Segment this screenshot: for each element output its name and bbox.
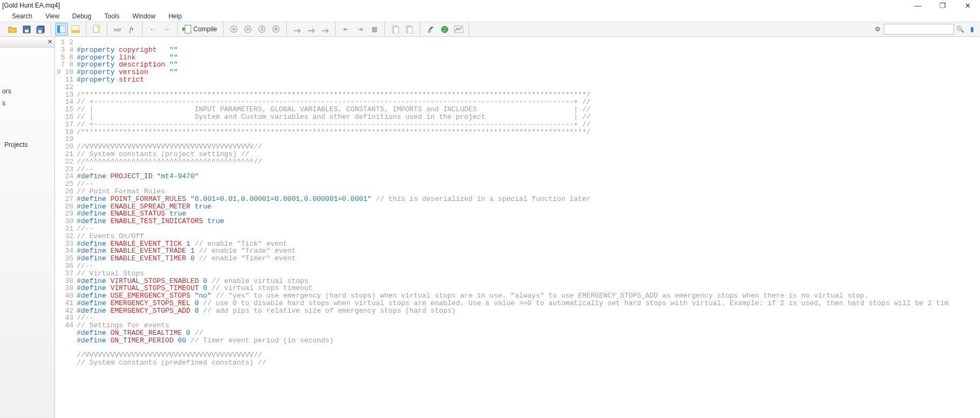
svg-marker-14 bbox=[247, 28, 250, 31]
debug-start-icon[interactable] bbox=[227, 23, 240, 36]
close-icon[interactable]: ✕ bbox=[48, 38, 52, 45]
open-icon[interactable] bbox=[6, 23, 19, 36]
debug-pause-icon[interactable] bbox=[255, 23, 268, 36]
close-button[interactable]: ✕ bbox=[955, 0, 980, 11]
window-title: [Gold Hunt EA.mq4] bbox=[2, 2, 60, 9]
toolbar-search: ⚙ 🔍 ▮ bbox=[871, 23, 978, 35]
navigator-tab-header: ✕ bbox=[0, 37, 55, 48]
navigator-panel: ✕ ors s Projects bbox=[0, 37, 55, 418]
svg-rect-8 bbox=[71, 30, 80, 33]
svg-rect-19 bbox=[275, 28, 278, 31]
indent-left-icon[interactable]: ⇤ bbox=[340, 23, 353, 36]
menu-window[interactable]: Window bbox=[126, 11, 162, 21]
svg-rect-17 bbox=[262, 28, 263, 31]
main: ✕ ors s Projects 1 2 3 4 5 6 7 8 9 10 11… bbox=[0, 37, 980, 418]
step-out-icon[interactable] bbox=[319, 23, 332, 36]
new-file-icon[interactable] bbox=[90, 23, 103, 36]
minimize-button[interactable]: — bbox=[905, 0, 930, 11]
edit-icon[interactable] bbox=[424, 23, 437, 36]
copy-2-icon[interactable] bbox=[403, 23, 416, 36]
chart-icon[interactable] bbox=[452, 23, 465, 36]
toolbar: var f▾ ← → Compile ⇤ ⇥ ▦ ⚙ 🔍 bbox=[0, 22, 980, 37]
menubar: Search View Debug Tools Window Help bbox=[0, 11, 980, 22]
search-input[interactable] bbox=[884, 24, 954, 35]
toggle-panel-1-icon[interactable] bbox=[55, 23, 68, 36]
globe-icon[interactable] bbox=[438, 23, 451, 36]
indent-guide-icon[interactable]: ▦ bbox=[368, 23, 381, 36]
svg-rect-21 bbox=[394, 27, 398, 33]
svg-marker-12 bbox=[233, 28, 236, 31]
code-editor[interactable]: 1 2 3 4 5 6 7 8 9 10 11 12 13 14 15 16 1… bbox=[55, 37, 980, 418]
svg-point-10 bbox=[97, 25, 100, 29]
code-area[interactable]: #property copyright "" #property link ""… bbox=[76, 37, 980, 418]
save-icon[interactable] bbox=[20, 23, 33, 36]
svg-point-15 bbox=[259, 26, 265, 32]
window-controls: — ❐ ✕ bbox=[905, 0, 980, 11]
search-icon[interactable]: 🔍 bbox=[954, 23, 966, 35]
menu-debug[interactable]: Debug bbox=[66, 11, 98, 21]
svg-rect-24 bbox=[429, 26, 433, 30]
back-icon[interactable]: ← bbox=[146, 23, 159, 36]
search-aux-icon[interactable]: ▮ bbox=[966, 23, 978, 35]
step-over-icon[interactable] bbox=[305, 23, 317, 36]
titlebar: [Gold Hunt EA.mq4] — ❐ ✕ bbox=[0, 0, 980, 11]
search-settings-icon[interactable]: ⚙ bbox=[871, 23, 884, 35]
line-gutter: 1 2 3 4 5 6 7 8 9 10 11 12 13 14 15 16 1… bbox=[55, 37, 76, 418]
sidebar-item-projects[interactable]: Projects bbox=[0, 139, 55, 151]
menu-search[interactable]: Search bbox=[5, 11, 39, 21]
maximize-button[interactable]: ❐ bbox=[930, 0, 955, 11]
svg-rect-4 bbox=[38, 30, 42, 33]
var-button[interactable]: var bbox=[111, 23, 124, 36]
menu-help[interactable]: Help bbox=[162, 11, 188, 21]
toggle-panel-2-icon[interactable] bbox=[69, 23, 82, 36]
compile-button[interactable]: Compile bbox=[181, 23, 219, 36]
menu-view[interactable]: View bbox=[39, 11, 66, 21]
sidebar-item[interactable]: ors bbox=[0, 85, 55, 97]
svg-rect-16 bbox=[261, 28, 262, 31]
sidebar-item[interactable]: s bbox=[0, 97, 55, 109]
compile-label: Compile bbox=[193, 25, 217, 33]
debug-stop-icon[interactable] bbox=[269, 23, 282, 36]
copy-1-icon[interactable] bbox=[389, 23, 402, 36]
function-insert-icon[interactable]: f▾ bbox=[125, 23, 138, 36]
menu-tools[interactable]: Tools bbox=[98, 11, 126, 21]
svg-rect-6 bbox=[57, 25, 60, 33]
svg-rect-1 bbox=[25, 30, 29, 32]
compile-icon bbox=[184, 25, 192, 33]
save-all-icon[interactable] bbox=[34, 23, 47, 36]
forward-icon[interactable]: → bbox=[160, 23, 173, 36]
debug-play-icon[interactable] bbox=[241, 23, 254, 36]
svg-rect-23 bbox=[408, 27, 413, 33]
indent-right-icon[interactable]: ⇥ bbox=[354, 23, 367, 36]
step-into-icon[interactable] bbox=[290, 23, 303, 36]
